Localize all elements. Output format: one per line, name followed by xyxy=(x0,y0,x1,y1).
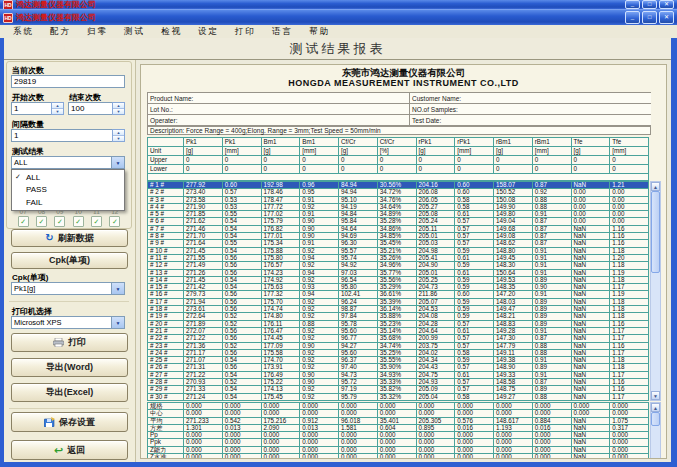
info-field[interactable]: NO.of Samples: xyxy=(410,104,651,114)
close-icon[interactable]: ✕ xyxy=(659,0,674,9)
summary-row[interactable]: Ppk0.0000.0000.0000.0000.0000.0000.0000.… xyxy=(148,439,649,446)
cpk-select[interactable]: Pk1[g] ▼ xyxy=(11,282,125,295)
data-row[interactable]: # 13 #271.260.56174.230.9497.0335.77%205… xyxy=(148,269,649,276)
spinner-down-icon[interactable]: ▼ xyxy=(113,108,124,114)
data-row[interactable]: # 4 #271.900.53177.720.9294.1934.64%205.… xyxy=(148,203,649,210)
data-row[interactable]: # 21 #272.070.56176.470.9295.6035.14%204… xyxy=(148,327,649,334)
summary-row[interactable]: 规格0.0000.0000.0000.0000.0000.0000.0000.0… xyxy=(148,402,649,409)
data-row[interactable]: # 15 #271.420.54175.630.9395.8035.29%204… xyxy=(148,284,649,291)
interval-value[interactable]: 1 xyxy=(11,129,112,142)
chevron-down-icon[interactable]: ▼ xyxy=(111,317,124,328)
data-row[interactable]: # 17 #271.940.56175.700.9296.2435.39%205… xyxy=(148,298,649,305)
data-row[interactable]: # 29 #271.330.54174.130.9297.1935.82%205… xyxy=(148,386,649,393)
chevron-down-icon[interactable]: ▼ xyxy=(111,283,124,294)
spinner-down-icon[interactable]: ▼ xyxy=(113,135,124,141)
close-button[interactable]: ✕ xyxy=(659,11,674,24)
cpk-button[interactable]: Cpk(单项) xyxy=(11,252,128,269)
scroll-up-icon[interactable]: ▲ xyxy=(651,403,660,412)
info-field[interactable]: Test Date: xyxy=(410,115,651,125)
menu-item[interactable]: 归零 xyxy=(80,26,115,38)
channel-checkbox[interactable]: ✓ xyxy=(91,216,102,227)
start-count-value[interactable]: 1 xyxy=(11,102,51,115)
data-row[interactable]: # 8 #271.700.54177.010.9094.6934.85%205.… xyxy=(148,233,649,240)
data-row[interactable]: # 11 #271.550.56175.800.9495.7435.26%205… xyxy=(148,254,649,261)
menu-item[interactable]: 语言 xyxy=(265,26,300,38)
data-row[interactable]: # 14 #271.450.54174.920.9296.5435.56%205… xyxy=(148,276,649,283)
spinner-down-icon[interactable]: ▼ xyxy=(52,108,63,114)
data-row[interactable]: # 28 #270.930.52175.220.9095.7235.33%204… xyxy=(148,379,649,386)
scroll-thumb[interactable] xyxy=(651,191,660,273)
dropdown-option[interactable]: FAIL xyxy=(12,197,124,209)
data-row[interactable]: # 12 #271.490.56176.570.9294.9234.96%204… xyxy=(148,262,649,269)
printer-select[interactable]: Microsoft XPS ▼ xyxy=(11,316,125,329)
summary-row[interactable]: Z水准0.0000.0000.0000.0000.0000.0000.0000.… xyxy=(148,453,649,459)
data-row[interactable]: # 9 #271.640.55175.340.9196.3035.45%205.… xyxy=(148,240,649,247)
channel-checkbox[interactable]: ✓ xyxy=(18,216,29,227)
start-count-stepper[interactable]: 1 ▲ ▼ xyxy=(11,102,64,115)
header-row[interactable]: Pk1Pk1Bm1Bm1Cf/CrCf/CrrPk1rPk1rBm1rBm1Tf… xyxy=(148,138,649,147)
info-field[interactable]: Product Name: xyxy=(148,93,409,103)
data-row[interactable]: # 20 #271.890.52176.110.8895.7835.23%204… xyxy=(148,320,649,327)
dropdown-option[interactable]: ✓ALL xyxy=(12,171,124,183)
test-result-select[interactable]: ALL ▼ xyxy=(11,156,125,169)
channel-checkbox[interactable]: ✓ xyxy=(54,216,65,227)
data-row[interactable]: # 22 #271.220.56174.450.9296.7735.68%200… xyxy=(148,335,649,342)
data-row[interactable]: # 3 #273.580.53178.470.9195.1034.76%206.… xyxy=(148,196,649,203)
data-row[interactable]: # 10 #271.450.54175.880.9295.5735.21%204… xyxy=(148,247,649,254)
channel-checkbox[interactable]: ✓ xyxy=(36,216,47,227)
menu-item[interactable]: 打印 xyxy=(228,26,263,38)
refresh-data-button[interactable]: ↻ 刷新数据 xyxy=(11,229,128,247)
end-count-stepper[interactable]: 100 ▲ ▼ xyxy=(68,102,125,115)
end-count-value[interactable]: 100 xyxy=(68,102,112,115)
data-row[interactable]: # 24 #271.170.56175.580.9295.6035.25%204… xyxy=(148,349,649,356)
data-row[interactable]: # 27 #271.220.54176.490.9094.7334.93%204… xyxy=(148,371,649,378)
data-row[interactable]: # 7 #271.460.54176.820.9094.6434.86%205.… xyxy=(148,225,649,232)
interval-stepper[interactable]: 1 ▲ ▼ xyxy=(11,129,125,142)
maximize-button[interactable]: □ xyxy=(642,11,657,24)
scroll-down-icon[interactable]: ▼ xyxy=(651,391,660,400)
scroll-thumb[interactable] xyxy=(651,412,660,426)
data-row[interactable]: # 5 #271.850.55177.020.9194.8434.89%205.… xyxy=(148,211,649,218)
menu-item[interactable]: 测试 xyxy=(117,26,152,38)
data-row[interactable]: # 25 #271.070.54174.700.9296.3735.55%204… xyxy=(148,357,649,364)
data-row[interactable]: # 1 #277.920.60192.980.9684.9430.56%204.… xyxy=(148,182,649,189)
menu-item[interactable]: 检视 xyxy=(154,26,189,38)
maximize-icon[interactable]: □ xyxy=(642,0,657,9)
export-word-button[interactable]: 导出(Word) xyxy=(11,358,128,377)
data-row[interactable]: # 30 #271.240.54175.450.9295.7935.32%205… xyxy=(148,393,649,400)
channel-checkbox[interactable]: ✓ xyxy=(73,216,84,227)
menu-item[interactable]: 设定 xyxy=(191,26,226,38)
data-scrollbar[interactable]: ▲ ▼ xyxy=(650,181,661,401)
minimize-button[interactable]: _ xyxy=(625,11,640,24)
header-row[interactable]: Upper000000000000 xyxy=(148,156,649,165)
data-row[interactable]: # 23 #271.360.52177.090.9094.2734.74%203… xyxy=(148,342,649,349)
info-field[interactable]: Operater: xyxy=(148,115,409,125)
scroll-track[interactable] xyxy=(651,426,660,459)
summary-row[interactable]: Pp0.0000.0000.0000.0000.0000.0000.0000.0… xyxy=(148,432,649,439)
scroll-up-icon[interactable]: ▲ xyxy=(651,182,660,191)
back-button[interactable]: ↩ 返回 xyxy=(11,440,128,460)
dropdown-option[interactable]: PASS xyxy=(12,184,124,196)
data-row[interactable]: # 18 #273.610.56174.740.9298.8736.14%204… xyxy=(148,306,649,313)
minimize-icon[interactable]: _ xyxy=(625,0,640,9)
menu-item[interactable]: 配方 xyxy=(43,26,78,38)
chevron-down-icon[interactable]: ▼ xyxy=(111,157,124,168)
summary-scrollbar[interactable]: ▲ ▼ xyxy=(650,402,661,459)
header-row[interactable]: Lower000000000000 xyxy=(148,165,649,174)
data-row[interactable]: # 19 #272.640.52174.800.9297.8435.88%204… xyxy=(148,313,649,320)
info-field[interactable]: Lot No.: xyxy=(148,104,409,114)
scroll-track[interactable] xyxy=(651,273,660,391)
summary-row[interactable]: 平均271.2330.542175.2160.91296.01835.40120… xyxy=(148,417,649,424)
print-button[interactable]: 打印 xyxy=(11,333,128,352)
data-row[interactable]: # 26 #271.310.56173.910.9297.4035.90%204… xyxy=(148,364,649,371)
info-field[interactable]: Customer Name: xyxy=(410,93,651,103)
menu-item[interactable]: 系统 xyxy=(6,26,41,38)
current-count-input[interactable]: 29819 xyxy=(11,75,125,88)
summary-row[interactable]: 中心0.0000.0000.0000.0000.0000.0000.0000.0… xyxy=(148,410,649,417)
data-row[interactable]: # 2 #273.400.57178.460.9594.9434.72%206.… xyxy=(148,189,649,196)
summary-row[interactable]: Z能力0.0000.0000.0000.0000.0000.0000.0000.… xyxy=(148,446,649,453)
summary-row[interactable]: 方差1.3010.0132.0900.0131.5810.6040.8950.0… xyxy=(148,424,649,431)
channel-checkbox[interactable]: ✓ xyxy=(109,216,120,227)
header-row[interactable]: Unit[g][mm][g][mm][g][%][g][mm][g][mm][g… xyxy=(148,147,649,156)
data-row[interactable]: # 6 #271.620.54175.790.9095.8435.28%205.… xyxy=(148,218,649,225)
